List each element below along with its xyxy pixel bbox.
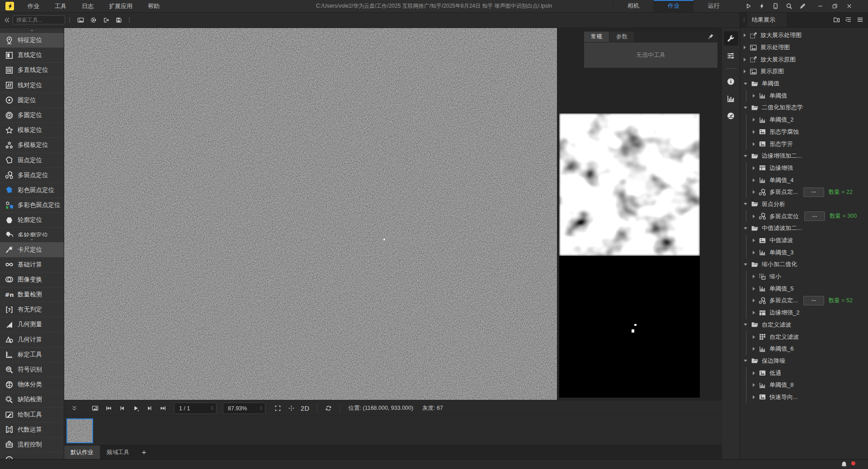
chart-icon[interactable] bbox=[724, 91, 738, 106]
add-job-tab-button[interactable] bbox=[136, 446, 151, 460]
tree-row[interactable]: 单阈值_3 bbox=[740, 246, 868, 258]
expand-arrow-icon[interactable] bbox=[744, 58, 746, 61]
tool-item[interactable]: 多模板定位 bbox=[0, 138, 64, 153]
tree-row[interactable]: 边缘增强_2 bbox=[740, 307, 868, 319]
tree-row[interactable]: 多斑点定位数量 = 300 bbox=[740, 210, 868, 222]
expand-arrow-icon[interactable] bbox=[744, 46, 746, 49]
wrench-icon[interactable] bbox=[724, 31, 738, 46]
tool-item[interactable]: ?有无判定 bbox=[0, 302, 64, 317]
tool-item[interactable]: 图像变换 bbox=[0, 272, 64, 287]
last-frame-button[interactable] bbox=[156, 402, 170, 415]
more-options-button[interactable] bbox=[803, 296, 824, 305]
prev-frame-button[interactable] bbox=[115, 402, 129, 415]
tool-item[interactable]: 绘制工具 bbox=[0, 408, 64, 422]
restore-button[interactable] bbox=[827, 0, 842, 12]
tool-item[interactable]: 多斑点定位 bbox=[0, 168, 64, 183]
collapse-arrow-icon[interactable] bbox=[744, 107, 747, 109]
save-button[interactable] bbox=[112, 14, 125, 26]
menu-item[interactable]: 工具 bbox=[47, 0, 74, 12]
main-image-canvas[interactable] bbox=[64, 28, 557, 400]
menu-item[interactable]: 作业 bbox=[20, 0, 47, 12]
collapse-arrow-icon[interactable] bbox=[744, 203, 747, 205]
expand-arrow-icon[interactable] bbox=[753, 190, 755, 194]
fit-view-icon[interactable] bbox=[271, 402, 284, 415]
tree-row[interactable]: 中值滤波 bbox=[740, 234, 868, 247]
tool-item[interactable]: 多圆定位 bbox=[0, 108, 64, 123]
tree-row[interactable]: 二值化加形态学 bbox=[740, 102, 868, 114]
collapse-arrow-icon[interactable] bbox=[744, 360, 747, 362]
tool-item[interactable]: 多直线定位 bbox=[0, 63, 64, 78]
tree-row[interactable]: 边缘增强加二... bbox=[740, 150, 868, 162]
tree-row[interactable]: 缩小 bbox=[740, 271, 868, 283]
annotate-off-button[interactable] bbox=[796, 0, 809, 12]
tool-item[interactable]: 多彩色斑点定位 bbox=[0, 198, 64, 213]
expand-arrow-icon[interactable] bbox=[753, 287, 755, 291]
tree-row[interactable]: 展示原图 bbox=[740, 66, 868, 78]
expand-arrow-icon[interactable] bbox=[753, 311, 755, 314]
collapse-arrow-icon[interactable] bbox=[744, 155, 747, 157]
expand-arrow-icon[interactable] bbox=[753, 251, 755, 254]
expand-arrow-icon[interactable] bbox=[753, 239, 755, 242]
expand-arrow-icon[interactable] bbox=[753, 347, 755, 351]
mode-tab[interactable]: 相机 bbox=[613, 0, 653, 12]
tree-row[interactable]: 快速导向... bbox=[740, 391, 868, 403]
tool-item[interactable]: 斑点定位 bbox=[0, 153, 64, 168]
job-tab[interactable]: 默认作业 bbox=[64, 446, 100, 460]
collapse-arrow-icon[interactable] bbox=[744, 324, 747, 326]
tool-item[interactable]: 模板定位 bbox=[0, 123, 64, 138]
expand-arrow-icon[interactable] bbox=[753, 383, 755, 387]
collapse-all-button[interactable] bbox=[842, 14, 854, 26]
tree-row[interactable]: 缩小加二值化 bbox=[740, 258, 868, 271]
tool-item[interactable]: 1001代数运算 bbox=[0, 422, 64, 437]
expand-arrow-icon[interactable] bbox=[753, 142, 755, 146]
tool-item[interactable]: 卡尺定位 bbox=[0, 242, 64, 257]
tool-item[interactable]: 几何计算 bbox=[0, 333, 64, 347]
expand-arrow-icon[interactable] bbox=[744, 33, 746, 37]
toolbar-grip-icon[interactable] bbox=[126, 17, 132, 23]
expand-arrow-icon[interactable] bbox=[753, 215, 755, 218]
tool-item[interactable]: #n数量检测 bbox=[0, 287, 64, 302]
menu-item[interactable]: 日志 bbox=[74, 0, 101, 12]
tree-row[interactable]: 中值滤波加二... bbox=[740, 222, 868, 234]
gauge-icon[interactable] bbox=[724, 108, 738, 123]
settings-gear-button[interactable] bbox=[87, 14, 99, 26]
tree-row[interactable]: 单阈值_2 bbox=[740, 114, 868, 126]
view-mode-button[interactable]: 2D bbox=[301, 405, 310, 412]
expand-arrow-icon[interactable] bbox=[753, 395, 755, 399]
tool-item[interactable]: 彩色斑点定位 bbox=[0, 183, 64, 198]
tool-item[interactable]: 轮廓定位 bbox=[0, 213, 64, 228]
tree-row[interactable]: 形态学开 bbox=[740, 138, 868, 150]
flash-run-button[interactable] bbox=[755, 0, 769, 12]
tree-row[interactable]: 展示处理图 bbox=[740, 42, 868, 54]
expand-arrow-icon[interactable] bbox=[753, 130, 755, 134]
expand-arrow-icon[interactable] bbox=[753, 299, 755, 302]
more-options-button[interactable] bbox=[804, 211, 825, 221]
tool-item[interactable]: 流程控制 bbox=[0, 437, 64, 452]
tree-row[interactable]: 单阈值_6 bbox=[740, 343, 868, 355]
tool-search-input[interactable] bbox=[13, 15, 65, 24]
panel-grip-icon[interactable] bbox=[741, 16, 747, 23]
tree-row[interactable]: 单阈值_5 bbox=[740, 282, 868, 295]
tree-row[interactable]: 单阈值 bbox=[740, 89, 868, 102]
spinner-arrows-icon[interactable] bbox=[259, 404, 264, 412]
info-icon[interactable] bbox=[724, 74, 738, 89]
notifications-bell-icon[interactable] bbox=[840, 460, 848, 469]
collapse-arrow-icon[interactable] bbox=[744, 227, 747, 230]
add-folder-button[interactable] bbox=[830, 14, 842, 26]
mode-tab[interactable]: 运行 bbox=[693, 0, 734, 12]
frame-thumbnail[interactable] bbox=[66, 418, 93, 443]
tool-item[interactable]: 物体分类 bbox=[0, 377, 64, 392]
menu-item[interactable]: 扩展应用 bbox=[101, 0, 140, 12]
binary-preview[interactable] bbox=[559, 256, 700, 398]
tool-item[interactable]: 线对定位 bbox=[0, 78, 64, 93]
tool-item[interactable]: 缺陷检测 bbox=[0, 392, 64, 407]
tool-item[interactable]: ID符号识别 bbox=[0, 362, 64, 377]
close-button[interactable] bbox=[842, 0, 856, 12]
zoom-search-button[interactable] bbox=[782, 0, 796, 12]
job-tab[interactable]: 频域工具 bbox=[100, 446, 136, 460]
expand-arrow-icon[interactable] bbox=[744, 70, 746, 73]
tool-item[interactable] bbox=[0, 452, 64, 459]
menu-button[interactable] bbox=[854, 14, 866, 26]
tree-row[interactable]: 形态学腐蚀 bbox=[740, 126, 868, 138]
tool-item[interactable]: 特征定位 bbox=[0, 33, 64, 48]
